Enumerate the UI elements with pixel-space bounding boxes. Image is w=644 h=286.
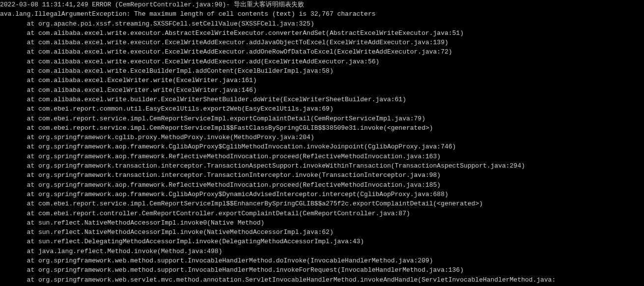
stack-trace-line: at sun.reflect.DelegatingMethodAccessorI… [0,237,644,246]
stack-trace-line: at sun.reflect.NativeMethodAccessorImpl.… [0,228,644,237]
stack-trace-line: at com.ebei.report.service.impl.CemRepor… [0,123,644,133]
log-error-header: 2022-03-08 11:31:41,249 ERROR (CemReport… [0,0,644,9]
console-log-output: 2022-03-08 11:31:41,249 ERROR (CemReport… [0,0,644,286]
stack-trace-line: at com.alibaba.excel.write.executor.Exce… [0,47,644,57]
stack-trace-line: at com.ebei.report.common.util.EasyExcel… [0,104,644,114]
stack-trace-line: at com.alibaba.excel.ExcelWriter.write(E… [0,76,644,85]
stack-trace-line: at com.alibaba.excel.write.executor.Abst… [0,29,644,38]
stack-trace-line: at com.ebei.report.service.impl.CemRepor… [0,199,644,208]
stack-trace-line: at java.lang.reflect.Method.invoke(Metho… [0,247,644,256]
stack-trace-line: at com.ebei.report.service.impl.CemRepor… [0,114,644,123]
stack-trace-line: at org.springframework.cglib.proxy.Metho… [0,133,644,142]
stack-trace-line: at org.springframework.web.method.suppor… [0,256,644,265]
log-exception-message: ava.lang.IllegalArgumentException: The m… [0,9,644,19]
stack-trace-line: at org.apache.poi.xssf.streaming.SXSSFCe… [0,19,644,29]
stack-trace-line: at org.springframework.aop.framework.Cgl… [0,190,644,199]
stack-trace-line: at com.alibaba.excel.write.executor.Exce… [0,38,644,47]
stack-trace-line: at org.springframework.aop.framework.Ref… [0,180,644,190]
stack-trace-line: at sun.reflect.NativeMethodAccessorImpl.… [0,218,644,228]
stack-trace-line: at org.springframework.transaction.inter… [0,171,644,180]
stack-trace-line: at org.springframework.web.servlet.mvc.m… [0,275,644,285]
stack-trace-line: at org.springframework.transaction.inter… [0,161,644,171]
stack-trace-line: at com.alibaba.excel.write.ExcelBuilderI… [0,66,644,76]
stack-trace-line: at org.springframework.web.method.suppor… [0,265,644,275]
stack-trace-line: at com.ebei.report.controller.CemReportC… [0,209,644,218]
stack-trace-line: at com.alibaba.excel.write.executor.Exce… [0,57,644,66]
stack-trace-line: at org.springframework.aop.framework.Cgl… [0,142,644,151]
stack-trace-line: at com.alibaba.excel.ExcelWriter.write(E… [0,86,644,95]
stack-trace-line: at com.alibaba.excel.write.builder.Excel… [0,95,644,104]
stack-trace-line: at org.springframework.aop.framework.Ref… [0,152,644,161]
